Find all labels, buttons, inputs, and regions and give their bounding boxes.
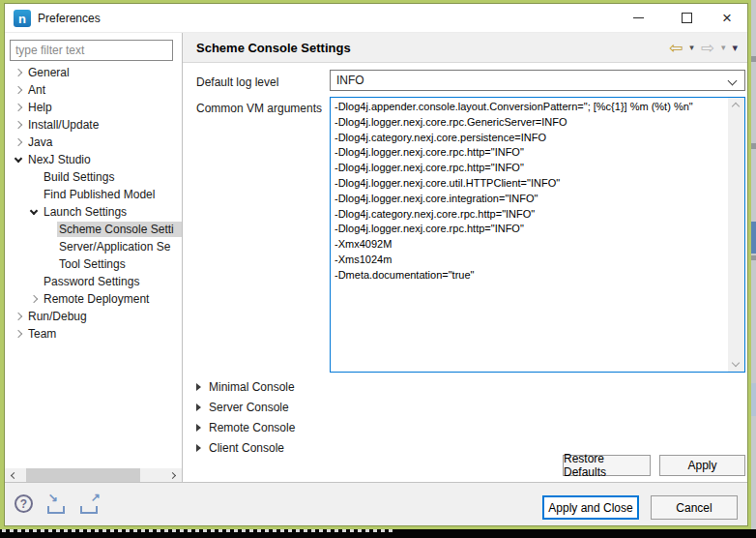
scroll-down-icon[interactable] — [732, 359, 740, 367]
chevron-right-icon[interactable] — [11, 122, 26, 128]
restore-defaults-button[interactable]: Restore Defaults — [563, 455, 651, 476]
section-client-console[interactable]: Client Console — [196, 438, 284, 458]
log-level-combo[interactable]: INFO — [330, 70, 745, 91]
scroll-right-icon[interactable] — [169, 472, 176, 479]
triangle-right-icon — [196, 424, 201, 432]
nexj-logo-icon: n — [14, 10, 31, 27]
background-console-strip — [0, 529, 756, 538]
page-header: Scheme Console Settings ⇦ ▾ ⇨ ▾ ▾ — [183, 33, 747, 63]
export-icon[interactable]: ↗ — [78, 493, 103, 515]
triangle-right-icon — [196, 383, 201, 391]
textarea-vertical-scrollbar[interactable] — [728, 98, 744, 372]
maximize-icon — [682, 13, 692, 23]
tree-item-launch-settings[interactable]: Launch Settings — [5, 203, 182, 221]
tree-item-java[interactable]: Java — [5, 134, 182, 151]
tree-item-remote-deployment[interactable]: Remote Deployment — [5, 290, 182, 308]
chevron-right-icon[interactable] — [11, 87, 26, 93]
maximize-button[interactable] — [668, 4, 705, 32]
section-minimal-console[interactable]: Minimal Console — [196, 377, 295, 397]
minimize-icon — [633, 17, 644, 18]
minimize-button[interactable] — [620, 4, 656, 32]
tree-item-tool-settings[interactable]: Tool Settings — [5, 255, 182, 273]
chevron-right-icon[interactable] — [11, 105, 26, 110]
vm-arguments-text: -Dlog4j.appender.console.layout.Conversi… — [334, 100, 726, 370]
chevron-right-icon[interactable] — [26, 296, 42, 302]
scroll-up-icon[interactable] — [732, 103, 740, 110]
tree-item-install-update[interactable]: Install/Update — [5, 116, 182, 134]
forward-icon[interactable]: ⇨ — [701, 40, 714, 56]
forward-history-caret-icon[interactable]: ▾ — [721, 44, 726, 52]
tree-item-help[interactable]: Help — [5, 99, 182, 116]
tree-item-team[interactable]: Team — [5, 325, 182, 343]
chevron-right-icon[interactable] — [11, 314, 26, 319]
apply-and-close-button[interactable]: Apply and Close — [542, 495, 639, 520]
triangle-right-icon — [196, 404, 201, 411]
window-title: Preferences — [38, 12, 101, 25]
triangle-right-icon — [196, 444, 201, 452]
import-icon[interactable]: ↘ — [45, 493, 71, 515]
tree-item-password-settings[interactable]: Password Settings — [5, 273, 182, 290]
title-bar: n Preferences × — [5, 4, 747, 33]
tree-item-server-application-settings[interactable]: Server/Application Se — [5, 238, 182, 255]
chevron-right-icon[interactable] — [11, 139, 26, 145]
chevron-down-icon[interactable] — [11, 159, 26, 162]
vm-arguments-label: Common VM arguments — [196, 102, 322, 115]
log-level-value: INFO — [336, 74, 364, 87]
tree-item-ant[interactable]: Ant — [5, 81, 182, 99]
tree-item-find-published-model[interactable]: Find Published Model — [5, 186, 182, 203]
panel-divider — [182, 33, 183, 482]
scroll-left-icon[interactable] — [11, 472, 17, 479]
tree-item-general[interactable]: General — [5, 64, 182, 81]
back-icon[interactable]: ⇦ — [669, 40, 683, 56]
background-window-edge — [751, 0, 756, 529]
filter-input[interactable] — [10, 40, 173, 61]
close-button[interactable]: × — [709, 4, 745, 32]
close-icon: × — [722, 10, 732, 26]
chevron-down-icon[interactable] — [26, 211, 42, 214]
tree-item-nexj-studio[interactable]: NexJ Studio — [5, 151, 182, 168]
tree-item-scheme-console-settings[interactable]: Scheme Console Setti — [5, 221, 182, 238]
section-remote-console[interactable]: Remote Console — [196, 418, 295, 437]
screen: n Preferences × General Ant Help Install… — [0, 0, 756, 538]
section-server-console[interactable]: Server Console — [196, 398, 289, 417]
preferences-dialog: n Preferences × General Ant Help Install… — [4, 3, 748, 526]
chevron-right-icon[interactable] — [11, 331, 26, 337]
page-title: Scheme Console Settings — [196, 41, 669, 55]
tree-item-build-settings[interactable]: Build Settings — [5, 168, 182, 186]
help-icon[interactable]: ? — [15, 494, 33, 513]
combo-chevron-down-icon — [728, 76, 738, 86]
view-menu-icon[interactable]: ▾ — [732, 43, 738, 53]
apply-button[interactable]: Apply — [659, 455, 745, 476]
back-history-caret-icon[interactable]: ▾ — [689, 44, 694, 52]
tree-item-run-debug[interactable]: Run/Debug — [5, 308, 182, 325]
cancel-button[interactable]: Cancel — [651, 495, 738, 520]
log-level-label: Default log level — [196, 75, 278, 89]
chevron-right-icon[interactable] — [11, 70, 26, 75]
vm-arguments-textarea[interactable]: -Dlog4j.appender.console.layout.Conversi… — [330, 97, 745, 373]
